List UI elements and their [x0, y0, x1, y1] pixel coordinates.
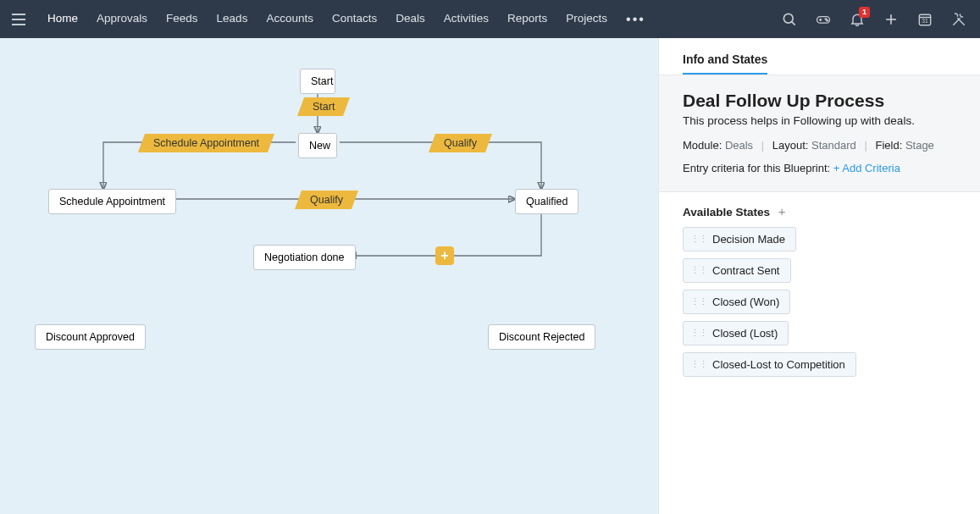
node-schedule-appointment[interactable]: Schedule Appointment: [48, 189, 176, 214]
nav-items: Home Approvals Feeds Leads Accounts Cont…: [47, 12, 780, 27]
state-chip-label: Closed-Lost to Competition: [712, 358, 845, 371]
top-nav: Home Approvals Feeds Leads Accounts Cont…: [0, 0, 980, 38]
nav-right: 1 31: [780, 10, 968, 29]
svg-point-5: [825, 18, 827, 19]
nav-item-projects[interactable]: Projects: [566, 12, 607, 27]
nav-item-activities[interactable]: Activities: [444, 12, 489, 27]
svg-line-1: [792, 21, 795, 25]
state-chip-label: Closed (Lost): [712, 327, 778, 340]
module-label: Module:: [683, 139, 722, 152]
main-area: Start Start New Schedule Appointment Qua…: [0, 38, 980, 514]
bell-icon[interactable]: 1: [848, 10, 866, 29]
nav-item-feeds[interactable]: Feeds: [166, 12, 198, 27]
notification-badge: 1: [859, 7, 870, 18]
entry-criteria-row: Entry criteria for this Blueprint: + Add…: [683, 162, 956, 174]
state-chip-label: Contract Sent: [712, 264, 780, 277]
nav-item-accounts[interactable]: Accounts: [266, 12, 313, 27]
node-start[interactable]: Start: [300, 69, 335, 94]
transition-schedule-appointment[interactable]: Schedule Appointment: [138, 134, 274, 152]
panel-tab-bar: Info and States: [659, 38, 980, 75]
layout-value: Standard: [811, 139, 856, 152]
state-chip-closed-won[interactable]: ⋮⋮Closed (Won): [683, 290, 790, 314]
search-icon[interactable]: [780, 10, 799, 29]
state-chip-closed-lost-competition[interactable]: ⋮⋮Closed-Lost to Competition: [683, 352, 856, 377]
state-chip-label: Closed (Won): [712, 296, 779, 308]
transition-qualify-2[interactable]: Qualify: [295, 191, 358, 209]
calendar-icon[interactable]: 31: [916, 10, 934, 29]
add-transition-button[interactable]: +: [435, 246, 454, 265]
node-discount-rejected[interactable]: Discount Rejected: [488, 324, 595, 350]
available-states-section: Available States + ⋮⋮Decision Made ⋮⋮Con…: [659, 192, 980, 395]
field-label: Field:: [875, 139, 902, 152]
blueprint-description: This process helps in Following up with …: [683, 114, 956, 127]
transition-qualify-2-label: Qualify: [310, 194, 343, 206]
entry-criteria-label: Entry criteria for this Blueprint:: [683, 162, 830, 174]
node-negotiation-done[interactable]: Negotiation done: [253, 245, 356, 270]
nav-item-contacts[interactable]: Contacts: [332, 12, 377, 27]
node-discount-approved[interactable]: Discount Approved: [35, 324, 146, 350]
gamepad-icon[interactable]: [814, 10, 833, 29]
transition-qualify-1[interactable]: Qualify: [429, 134, 492, 152]
svg-point-0: [783, 14, 793, 23]
transition-schedule-appointment-label: Schedule Appointment: [153, 137, 259, 149]
nav-item-deals[interactable]: Deals: [396, 12, 425, 27]
hamburger-menu-icon[interactable]: [12, 9, 32, 30]
drag-handle-icon: ⋮⋮: [690, 359, 707, 370]
transition-start-label: Start: [313, 101, 335, 113]
drag-handle-icon: ⋮⋮: [690, 296, 707, 307]
drag-handle-icon: ⋮⋮: [690, 328, 707, 339]
module-value: Deals: [725, 139, 753, 152]
blueprint-title: Deal Follow Up Process: [683, 91, 956, 111]
add-state-button[interactable]: +: [778, 204, 786, 218]
panel-header: Deal Follow Up Process This process help…: [659, 75, 980, 192]
blueprint-canvas[interactable]: Start Start New Schedule Appointment Qua…: [0, 38, 658, 514]
available-states-header: Available States +: [683, 204, 956, 218]
svg-text:31: 31: [922, 18, 928, 24]
svg-point-6: [827, 19, 828, 21]
state-chip-decision-made[interactable]: ⋮⋮Decision Made: [683, 227, 796, 251]
transition-qualify-1-label: Qualify: [444, 137, 477, 149]
nav-item-leads[interactable]: Leads: [217, 12, 248, 27]
plus-icon[interactable]: [882, 10, 900, 29]
state-chip-closed-lost[interactable]: ⋮⋮Closed (Lost): [683, 321, 789, 345]
node-qualified[interactable]: Qualified: [515, 189, 579, 214]
node-new[interactable]: New: [298, 133, 337, 158]
state-chip-label: Decision Made: [712, 233, 785, 246]
layout-label: Layout:: [772, 139, 809, 152]
sidebar-panel: Info and States Deal Follow Up Process T…: [658, 38, 980, 514]
nav-item-approvals[interactable]: Approvals: [97, 12, 147, 27]
drag-handle-icon: ⋮⋮: [690, 265, 707, 276]
blueprint-meta: Module: Deals | Layout: Standard | Field…: [683, 139, 956, 152]
nav-item-home[interactable]: Home: [47, 12, 78, 27]
nav-item-reports[interactable]: Reports: [507, 12, 547, 27]
tools-icon[interactable]: [950, 10, 968, 29]
nav-more-icon[interactable]: •••: [626, 12, 645, 27]
transition-start[interactable]: Start: [297, 97, 350, 116]
add-criteria-link[interactable]: + Add Criteria: [833, 162, 900, 174]
state-chip-contract-sent[interactable]: ⋮⋮Contract Sent: [683, 258, 791, 283]
drag-handle-icon: ⋮⋮: [690, 234, 707, 245]
tab-info-states[interactable]: Info and States: [683, 53, 767, 75]
available-states-label: Available States: [683, 206, 770, 218]
field-value: Stage: [905, 139, 934, 152]
